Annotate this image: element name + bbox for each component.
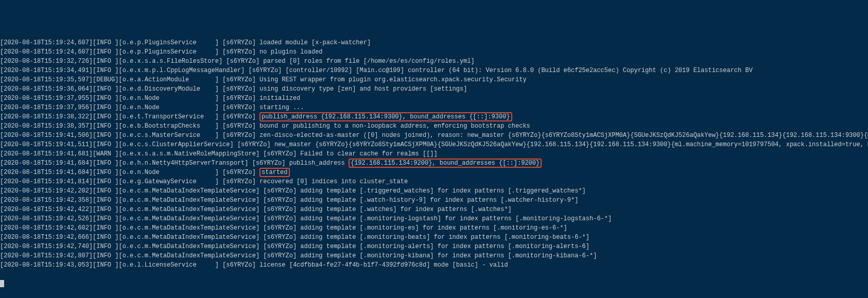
- log-source: [o.e.c.m.MetaDataIndexTemplateService]: [118, 252, 259, 259]
- log-message: recovered [0] indices into cluster_state: [259, 178, 408, 185]
- log-message: no plugins loaded: [259, 48, 322, 56]
- log-level: [INFO ]: [93, 58, 118, 65]
- log-timestamp: [2020-08-18T15:19:41,814]: [0, 178, 93, 185]
- log-level: [INFO ]: [93, 206, 118, 213]
- log-source: [o.e.c.s.ClusterApplierService]: [118, 141, 233, 148]
- log-message: adding template [.watches] for index pat…: [300, 206, 511, 213]
- log-level: [INFO ]: [93, 122, 118, 130]
- log-timestamp: [2020-08-18T15:19:41,681]: [0, 150, 93, 157]
- log-level: [INFO ]: [93, 234, 118, 241]
- log-message: using discovery type [zen] and host prov…: [259, 85, 467, 93]
- log-line: [2020-08-18T15:19:42,666][INFO ][o.e.c.m…: [0, 233, 868, 242]
- log-source: [o.e.c.s.MasterService ]: [118, 132, 218, 139]
- log-node: [s6YRYZo]: [222, 178, 256, 185]
- log-source: [o.e.c.m.MetaDataIndexTemplateService]: [118, 215, 259, 222]
- log-timestamp: [2020-08-18T15:19:32,726]: [0, 58, 93, 65]
- log-level: [INFO ]: [93, 178, 118, 185]
- log-node: [s6YRYZo]: [226, 58, 259, 65]
- log-line: [2020-08-18T15:19:32,726][INFO ][o.e.x.s…: [0, 57, 868, 66]
- log-message-pre: publish_address: [289, 160, 349, 167]
- log-source: [o.e.c.m.MetaDataIndexTemplateService]: [118, 224, 259, 232]
- log-line: [2020-08-18T15:19:41,506][INFO ][o.e.c.s…: [0, 131, 868, 140]
- log-line: [2020-08-18T15:19:34,491][INFO ][o.e.x.m…: [0, 66, 868, 75]
- log-level: [INFO ]: [93, 67, 118, 74]
- log-message: Failed to clear cache for realms [[]]: [300, 150, 437, 157]
- log-line: [2020-08-18T15:19:36,064][INFO ][o.e.d.D…: [0, 84, 868, 94]
- log-message: adding template [.monitoring-es] for ind…: [300, 224, 567, 232]
- log-line: [2020-08-18T15:19:42,740][INFO ][o.e.c.m…: [0, 242, 868, 251]
- log-node: [s6YRYZo]: [263, 224, 297, 232]
- log-level: [INFO ]: [93, 132, 118, 139]
- log-highlight: publish_address {192.168.115.134:9300}, …: [259, 112, 512, 121]
- log-source: [o.e.x.s.a.s.FileRolesStore]: [118, 58, 222, 65]
- log-message: [controller/10992] [Main.cc@109] control…: [286, 67, 753, 74]
- log-line: [2020-08-18T15:19:24,607][INFO ][o.e.p.P…: [0, 38, 868, 47]
- log-line: [2020-08-18T15:19:38,322][INFO ][o.e.t.T…: [0, 112, 868, 121]
- log-source: [o.e.c.m.MetaDataIndexTemplateService]: [118, 187, 259, 195]
- log-source: [o.e.x.s.a.s.m.NativeRoleMappingStore]: [118, 150, 259, 157]
- log-timestamp: [2020-08-18T15:19:38,357]: [0, 122, 93, 130]
- log-timestamp: [2020-08-18T15:19:41,684]: [0, 169, 93, 176]
- log-source: [o.e.n.Node ]: [118, 169, 218, 176]
- log-line: [2020-08-18T15:19:42,422][INFO ][o.e.c.m…: [0, 205, 868, 214]
- log-level: [INFO ]: [93, 215, 118, 222]
- log-line: [2020-08-18T15:19:41,684][INFO ][o.e.n.N…: [0, 168, 868, 177]
- log-node: [s6YRYZo]: [222, 76, 256, 83]
- log-line: [2020-08-18T15:19:42,807][INFO ][o.e.c.m…: [0, 251, 868, 260]
- log-node: [s6YRYZo]: [252, 160, 286, 167]
- log-line: [2020-08-18T15:19:37,955][INFO ][o.e.n.N…: [0, 94, 868, 103]
- log-source: [o.e.x.m.p.l.CppLogMessageHandler]: [118, 67, 245, 74]
- log-level: [INFO ]: [93, 169, 118, 176]
- log-message: new_master {s6YRYZo}{s6YRYZo8Sty1mACSjXP…: [274, 141, 868, 148]
- log-timestamp: [2020-08-18T15:19:35,597]: [0, 76, 93, 83]
- log-line: [2020-08-18T15:19:37,956][INFO ][o.e.n.N…: [0, 103, 868, 112]
- log-line: [2020-08-18T15:19:42,202][INFO ][o.e.c.m…: [0, 186, 868, 196]
- log-source: [o.e.b.BootstrapChecks ]: [118, 122, 218, 130]
- log-level: [INFO ]: [93, 95, 118, 102]
- log-line: [2020-08-18T15:19:42,602][INFO ][o.e.c.m…: [0, 223, 868, 233]
- log-source: [o.e.c.m.MetaDataIndexTemplateService]: [118, 206, 259, 213]
- log-source: [o.e.n.Node ]: [118, 104, 218, 111]
- log-level: [INFO ]: [93, 197, 118, 204]
- log-message: license [4cdfbba4-fe27-4f4b-b1f7-4392fd9…: [259, 261, 508, 269]
- log-node: [s6YRYZo]: [263, 215, 297, 222]
- log-level: [INFO ]: [93, 39, 118, 46]
- log-timestamp: [2020-08-18T15:19:42,202]: [0, 187, 93, 195]
- log-level: [DEBUG]: [93, 76, 118, 83]
- log-line: [2020-08-18T15:19:41,681][WARN ][o.e.x.s…: [0, 149, 868, 159]
- log-node: [s6YRYZo]: [263, 252, 297, 259]
- log-message: loaded module [x-pack-watcher]: [259, 39, 371, 46]
- log-level: [WARN ]: [93, 150, 118, 157]
- log-line: [2020-08-18T15:19:41,684][INFO ][o.e.h.n…: [0, 159, 868, 168]
- log-line: [2020-08-18T15:19:24,607][INFO ][o.e.p.P…: [0, 47, 868, 57]
- log-timestamp: [2020-08-18T15:19:24,607]: [0, 48, 93, 56]
- log-message: zen-disco-elected-as-master ([0] nodes j…: [259, 132, 868, 139]
- log-message: adding template [.triggered_watches] for…: [300, 187, 586, 195]
- log-level: [INFO ]: [93, 160, 118, 167]
- log-source: [o.e.d.DiscoveryModule ]: [118, 85, 218, 93]
- log-line: [2020-08-18T15:19:35,597][DEBUG][o.e.a.A…: [0, 75, 868, 84]
- log-source: [o.e.p.PluginsService ]: [118, 39, 218, 46]
- log-line: [2020-08-18T15:19:41,511][INFO ][o.e.c.s…: [0, 140, 868, 149]
- log-message: bound or publishing to a non-loopback ad…: [259, 122, 530, 130]
- log-timestamp: [2020-08-18T15:19:42,358]: [0, 197, 93, 204]
- log-highlight: {192.168.115.134:9200}, bound_addresses …: [349, 159, 542, 168]
- log-line: [2020-08-18T15:19:43,053][INFO ][o.e.l.L…: [0, 260, 868, 270]
- log-timestamp: [2020-08-18T15:19:42,740]: [0, 243, 93, 250]
- log-level: [INFO ]: [93, 85, 118, 93]
- log-node: [s6YRYZo]: [263, 234, 297, 241]
- log-timestamp: [2020-08-18T15:19:41,511]: [0, 141, 93, 148]
- log-node: [s6YRYZo]: [249, 67, 282, 74]
- log-node: [s6YRYZo]: [222, 85, 256, 93]
- log-source: [o.e.p.PluginsService ]: [118, 48, 218, 56]
- log-level: [INFO ]: [93, 48, 118, 56]
- log-line: [2020-08-18T15:19:42,358][INFO ][o.e.c.m…: [0, 196, 868, 205]
- log-message: Using REST wrapper from plugin org.elast…: [259, 76, 526, 83]
- log-node: [s6YRYZo]: [222, 39, 256, 46]
- log-level: [INFO ]: [93, 141, 118, 148]
- log-level: [INFO ]: [93, 113, 118, 120]
- log-level: [INFO ]: [93, 104, 118, 111]
- log-source: [o.e.c.m.MetaDataIndexTemplateService]: [118, 234, 259, 241]
- log-timestamp: [2020-08-18T15:19:37,956]: [0, 104, 93, 111]
- log-level: [INFO ]: [93, 252, 118, 259]
